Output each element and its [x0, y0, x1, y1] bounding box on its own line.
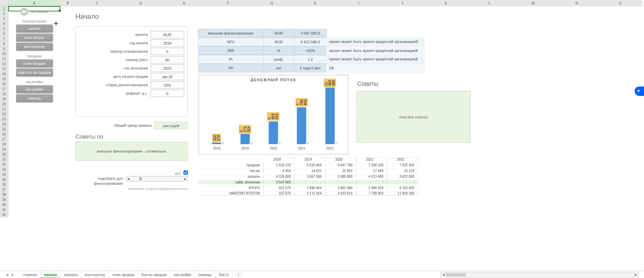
row-header-13[interactable]: 13	[0, 66, 8, 71]
row-header-18[interactable]: 18	[0, 92, 8, 97]
select-all-corner[interactable]	[0, 0, 8, 6]
row-header-2[interactable]: 2	[0, 11, 8, 16]
row-header-20[interactable]: 20	[0, 102, 8, 107]
row-header-26[interactable]: 26	[0, 132, 8, 137]
col-header-F[interactable]: F	[206, 0, 250, 6]
row-header-9[interactable]: 9	[0, 46, 8, 51]
row-header-25[interactable]: 25	[0, 127, 8, 132]
row-header-7[interactable]: 7	[0, 36, 8, 41]
row-header-12[interactable]: 12	[0, 61, 8, 66]
row-header-42[interactable]: 42	[0, 212, 8, 217]
fin-row: IRR%+42%проект может быть принят кредитн…	[198, 46, 425, 55]
col-header-I[interactable]: I	[337, 0, 381, 6]
nav-settings-button[interactable]: настройки	[16, 85, 53, 93]
nav-qty-plan-button[interactable]: план кол-во продаж	[16, 68, 53, 76]
dopfin-slider[interactable]: ◄ ►	[126, 176, 188, 181]
hscroll-thumb[interactable]	[446, 273, 466, 276]
nav-cost-plan-button[interactable]: план затрат	[16, 34, 53, 42]
row-header-32[interactable]: 32	[0, 162, 8, 167]
row-header-8[interactable]: 8	[0, 41, 8, 46]
col-header-D[interactable]: D	[119, 0, 163, 6]
row-header-37[interactable]: 37	[0, 187, 8, 192]
col-header-A[interactable]: A	[8, 0, 60, 6]
col-header-J[interactable]: J	[381, 0, 424, 6]
col-header-H[interactable]: H	[293, 0, 337, 6]
row-header-11[interactable]: 11	[0, 56, 8, 61]
col-header-E[interactable]: E	[163, 0, 206, 6]
col-header-M[interactable]: M	[512, 0, 555, 6]
row-header-34[interactable]: 34	[0, 172, 8, 177]
row-header-16[interactable]: 16	[0, 81, 8, 87]
row-header-33[interactable]: 33	[0, 167, 8, 172]
row-header-24[interactable]: 24	[0, 122, 8, 127]
param-discount-value[interactable]: 10%	[151, 81, 184, 89]
dropbox-badge-icon[interactable]	[635, 87, 644, 96]
col-header-N[interactable]: N	[555, 0, 599, 6]
slider-thumb[interactable]	[139, 177, 142, 180]
col-header-K[interactable]: K	[424, 0, 468, 6]
row-header-5[interactable]: 5	[0, 26, 8, 31]
row-header-36[interactable]: 36	[0, 182, 8, 187]
nav-sales-plan-button[interactable]: план продаж	[16, 59, 53, 67]
row-header-1[interactable]: 1	[0, 6, 8, 11]
row-header-22[interactable]: 22	[0, 112, 8, 117]
row-header-35[interactable]: 35	[0, 177, 8, 182]
slider-left-arrow[interactable]: ◄	[126, 177, 131, 181]
row-header-31[interactable]: 31	[0, 157, 8, 162]
param-plan-period-value[interactable]: 5	[151, 48, 184, 55]
sheet-tab[interactable]: план продаж	[109, 271, 138, 278]
row-header-30[interactable]: 30	[0, 152, 8, 157]
param-deficit-label: дефицит д.с.	[79, 91, 151, 95]
row-header-6[interactable]: 6	[0, 31, 8, 36]
row-header-41[interactable]: 41	[0, 207, 8, 212]
bar	[269, 121, 278, 144]
sheet-tab[interactable]: начало	[41, 271, 61, 278]
slider-track[interactable]	[131, 176, 183, 181]
row-header-23[interactable]: 23	[0, 117, 8, 122]
tab-nav-arrows[interactable]: ◄►	[0, 273, 20, 277]
dopfin-include-checkbox[interactable]	[183, 170, 188, 175]
row-header-29[interactable]: 29	[0, 147, 8, 152]
param-period-months-value[interactable]: 60	[151, 56, 184, 63]
back-to-main-button[interactable]: на главную	[12, 8, 57, 16]
nav-help-button[interactable]: помощь	[16, 94, 53, 102]
sheet-tab[interactable]: настройки	[170, 271, 195, 278]
param-year-start-value[interactable]: 2018	[151, 39, 184, 47]
nav-start-button[interactable]: начало	[16, 24, 53, 33]
row-header-40[interactable]: 40	[0, 202, 8, 207]
col-header-G[interactable]: G	[250, 0, 293, 6]
horizontal-scrollbar[interactable]: ◄ ►	[441, 272, 639, 277]
row-header-17[interactable]: 17	[0, 87, 8, 92]
param-sales-start-value[interactable]: авг.18	[151, 73, 184, 80]
param-deficit-value[interactable]: 0	[151, 90, 184, 97]
row-header-27[interactable]: 27	[0, 137, 8, 142]
nav-constructor-button[interactable]: конструктор	[16, 43, 53, 51]
sheet-tab[interactable]: конструктор	[82, 271, 109, 278]
sheet-tab[interactable]: помощь	[195, 271, 216, 278]
hscroll-left-arrow[interactable]: ◄	[441, 273, 446, 277]
col-header-C[interactable]: C	[75, 0, 119, 6]
row-header-19[interactable]: 19	[0, 97, 8, 102]
row-header-4[interactable]: 4	[0, 21, 8, 26]
param-currency-value[interactable]: RUR	[151, 31, 184, 38]
row-header-28[interactable]: 28	[0, 142, 8, 147]
sheet-tab[interactable]: затраты	[61, 271, 82, 278]
row-header-15[interactable]: 15	[0, 76, 8, 81]
sheet-tab[interactable]: главная	[20, 271, 41, 278]
row-header-38[interactable]: 38	[0, 192, 8, 197]
col-header-L[interactable]: L	[468, 0, 512, 6]
row-header-3[interactable]: 3	[0, 16, 8, 21]
row-header-10[interactable]: 10	[0, 51, 8, 56]
cashflow-chart[interactable]: ДЕНЕЖНЫЙ ПОТОК 322 5702 171 0244 833 014…	[198, 74, 349, 155]
slider-right-arrow[interactable]: ►	[183, 177, 187, 181]
col-header-O[interactable]: O	[599, 0, 642, 6]
sheet-tab[interactable]: Кол-во продаж	[138, 271, 170, 278]
add-sheet-button[interactable]: +	[235, 272, 242, 277]
sheet-tab[interactable]: Лист1	[215, 271, 232, 278]
row-header-39[interactable]: 39	[0, 197, 8, 202]
param-year-end-value[interactable]: 2022	[151, 64, 184, 72]
row-header-14[interactable]: 14	[0, 71, 8, 76]
col-header-B[interactable]: B	[60, 0, 75, 6]
row-header-21[interactable]: 21	[0, 107, 8, 112]
hscroll-right-arrow[interactable]: ►	[634, 273, 638, 277]
